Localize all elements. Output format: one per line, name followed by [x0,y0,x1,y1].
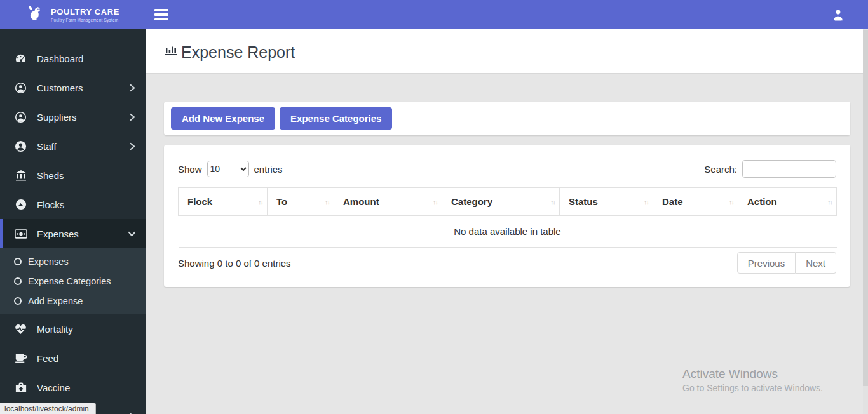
expenses-submenu: Expenses Expense Categories Add Expense [0,248,146,314]
pagination: Previous Next [737,252,836,274]
sort-icon: ↑↓ [827,198,832,206]
entries-label: entries [254,164,283,175]
column-header-status[interactable]: Status ↑↓ [560,188,653,216]
add-new-expense-button[interactable]: Add New Expense [171,107,275,130]
content-area: Add New Expense Expense Categories Show … [146,74,868,414]
flock-bird-icon [14,199,27,210]
sidebar-item-vaccine[interactable]: Vaccine [0,373,146,402]
chart-bar-icon [164,41,179,60]
rooster-logo-icon [27,4,46,25]
sidebar-item-flocks[interactable]: Flocks [0,190,146,219]
chevron-right-icon [129,142,136,150]
submenu-item-add-expense[interactable]: Add Expense [0,291,146,310]
app-window: POULTRY CARE Poultry Farm Management Sys… [0,0,868,414]
submenu-item-expense-categories[interactable]: Expense Categories [0,271,146,291]
datatable-footer: Showing 0 to 0 of 0 entries Previous Nex… [178,252,836,274]
sidebar-item-label: Flocks [37,199,64,210]
browser-status-bar: localhost/livestock/admin [0,403,96,414]
column-label: Date [662,196,683,207]
chevron-right-icon [129,84,136,92]
sort-icon: ↑↓ [325,198,329,206]
column-header-date[interactable]: Date ↑↓ [653,188,738,216]
sidebar-item-label: Expenses [37,229,79,239]
sidebar-nav: Dashboard Customers Suppliers [0,29,146,414]
table-empty-row: No data available in table [179,216,837,248]
table-info-text: Showing 0 to 0 of 0 entries [178,258,291,269]
column-header-to[interactable]: To ↑↓ [268,188,334,216]
column-label: Action [747,196,777,207]
sidebar: Dashboard Customers Suppliers [0,29,146,414]
column-label: Category [451,196,492,207]
page-header: Expense Report [146,29,868,74]
page-length-select[interactable]: 10 [207,161,249,177]
chevron-down-icon [128,230,136,237]
page-title: Expense Report [164,41,295,62]
column-label: Status [569,196,598,207]
previous-page-button[interactable]: Previous [737,252,796,274]
circle-outline-icon [14,297,22,305]
user-icon [14,140,27,152]
page-scrollbar[interactable] [863,29,868,414]
submenu-item-label: Add Expense [28,296,83,306]
sidebar-item-label: Suppliers [37,112,77,123]
expenses-table: Flock ↑↓ To ↑↓ Amount ↑↓ Category [178,187,837,248]
sort-icon: ↑↓ [644,198,648,206]
datatable-controls: Show 10 entries Search: [178,160,836,178]
datatable-card: Show 10 entries Search: Flock ↑↓ [164,145,850,287]
sidebar-item-label: Dashboard [37,53,83,64]
scrollbar-thumb[interactable] [863,30,868,386]
toolbar-card: Add New Expense Expense Categories [164,102,850,135]
column-header-action[interactable]: Action ↑↓ [738,188,837,216]
sidebar-item-label: Mortality [37,324,73,335]
brand-title: POULTRY CARE [51,7,119,17]
sidebar-item-suppliers[interactable]: Suppliers [0,102,146,131]
status-url-text: localhost/livestock/admin [4,404,89,413]
sidebar-item-customers[interactable]: Customers [0,73,146,102]
circle-outline-icon [14,258,22,265]
bank-building-icon [14,170,27,181]
dashboard-icon [14,53,27,65]
sort-icon: ↑↓ [258,198,262,206]
sort-icon: ↑↓ [550,198,555,206]
column-label: Flock [187,196,212,207]
empty-table-message: No data available in table [179,216,837,248]
brand-subtitle: Poultry Farm Management System [51,18,119,22]
sidebar-item-label: Staff [37,141,57,152]
sidebar-item-expenses[interactable]: Expenses [0,219,146,248]
sidebar-item-label: Vaccine [37,382,70,393]
sidebar-item-label: Feed [37,353,58,364]
coffee-cup-icon [14,353,27,363]
column-header-amount[interactable]: Amount ↑↓ [334,188,442,216]
sidebar-item-dashboard[interactable]: Dashboard [0,44,146,73]
money-bill-icon [14,229,27,239]
heartbeat-icon [14,324,27,335]
sidebar-item-mortality[interactable]: Mortality [0,314,146,344]
column-header-category[interactable]: Category ↑↓ [442,188,560,216]
page-title-text: Expense Report [181,43,295,62]
medkit-icon [14,382,27,393]
submenu-item-label: Expense Categories [28,276,111,286]
submenu-item-label: Expenses [28,257,69,267]
column-header-flock[interactable]: Flock ↑↓ [179,188,268,216]
search-label: Search: [704,164,737,175]
user-circle-icon [14,111,27,123]
topbar: POULTRY CARE Poultry Farm Management Sys… [0,0,868,29]
sidebar-item-staff[interactable]: Staff [0,131,146,161]
brand-logo[interactable]: POULTRY CARE Poultry Farm Management Sys… [0,0,146,29]
submenu-item-expenses[interactable]: Expenses [0,251,146,271]
next-page-button[interactable]: Next [796,252,836,274]
search-control: Search: [704,160,836,178]
user-circle-icon [14,82,27,94]
sidebar-item-feed[interactable]: Feed [0,344,146,373]
brand-text: POULTRY CARE Poultry Farm Management Sys… [51,7,119,22]
show-label: Show [178,164,202,175]
circle-outline-icon [14,277,22,285]
sidebar-item-sheds[interactable]: Sheds [0,161,146,190]
user-account-icon[interactable] [831,8,845,21]
hamburger-menu-icon[interactable] [154,9,168,20]
expense-categories-button[interactable]: Expense Categories [280,107,392,130]
search-input[interactable] [742,160,836,178]
sort-icon: ↑↓ [433,198,437,206]
column-label: To [276,196,287,207]
chevron-right-icon [129,113,136,121]
